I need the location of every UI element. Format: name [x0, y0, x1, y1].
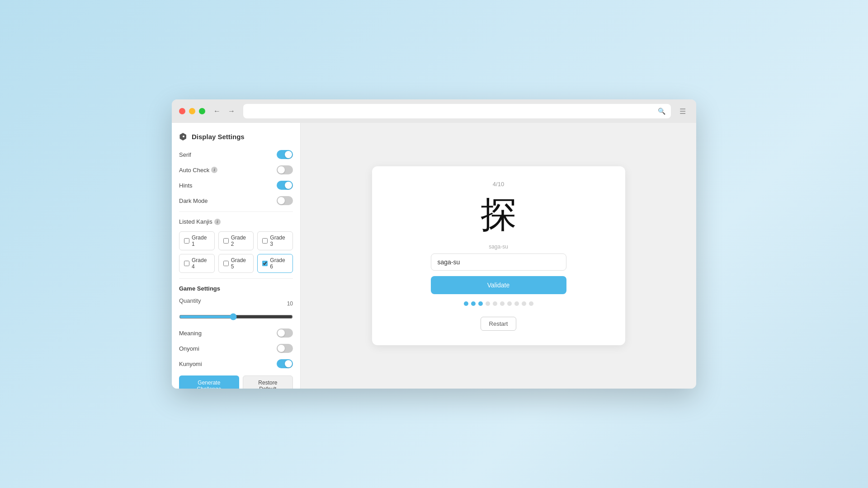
grade-4-input[interactable]	[184, 261, 189, 266]
progress-dot-10	[529, 301, 533, 306]
auto-check-info-icon[interactable]: i	[211, 167, 217, 173]
grade-6-checkbox[interactable]: Grade 6	[257, 254, 293, 273]
address-input[interactable]	[249, 108, 654, 115]
dark-mode-toggle[interactable]	[277, 196, 293, 205]
onyomi-toggle-knob	[278, 345, 285, 352]
generate-challenge-button[interactable]: Generate Challenge	[179, 375, 239, 389]
meaning-toggle-knob	[278, 329, 285, 337]
grade-grid: Grade 1 Grade 2 Grade 3 Grade 4	[179, 231, 293, 273]
forward-button[interactable]: →	[225, 105, 238, 117]
kunyomi-toggle[interactable]	[277, 359, 293, 368]
progress-dot-1	[464, 301, 468, 306]
game-settings-title: Game Settings	[179, 285, 293, 292]
listed-kanjis-label: Listed Kanjis i	[179, 218, 221, 225]
titlebar: ← → 🔍 ☰	[172, 99, 696, 123]
grade-5-checkbox[interactable]: Grade 5	[218, 254, 254, 273]
back-button[interactable]: ←	[211, 105, 223, 117]
grade-1-input[interactable]	[184, 238, 189, 244]
auto-check-toggle-knob	[278, 166, 285, 174]
bottom-buttons: Generate Challenge Restore Default	[179, 375, 293, 389]
main-content: 4/10 探 saga-su Validate Restart	[301, 123, 696, 389]
progress-dot-8	[514, 301, 519, 306]
hints-setting-row: Hints	[179, 181, 293, 190]
onyomi-toggle[interactable]	[277, 344, 293, 353]
kunyomi-label: Kunyomi	[179, 361, 202, 367]
progress-dot-2	[471, 301, 476, 306]
kunyomi-toggle-knob	[285, 360, 292, 367]
close-button[interactable]	[179, 108, 185, 114]
quiz-input[interactable]	[431, 253, 566, 271]
progress-dot-5	[493, 301, 497, 306]
grade-3-input[interactable]	[262, 238, 268, 244]
onyomi-label: Onyomi	[179, 345, 199, 352]
dark-mode-toggle-knob	[278, 197, 285, 204]
quiz-progress: 4/10	[493, 181, 504, 188]
quiz-card: 4/10 探 saga-su Validate Restart	[372, 166, 625, 345]
restart-button[interactable]: Restart	[481, 317, 517, 331]
grade-1-checkbox[interactable]: Grade 1	[179, 231, 215, 250]
divider-2	[179, 278, 293, 279]
sidebar: Display Settings Serif Auto Check i	[172, 123, 301, 389]
gear-icon	[179, 132, 188, 141]
address-bar: 🔍	[243, 104, 671, 118]
nav-buttons: ← →	[211, 105, 238, 117]
progress-dot-9	[522, 301, 526, 306]
auto-check-setting-row: Auto Check i	[179, 165, 293, 174]
serif-toggle[interactable]	[277, 150, 293, 159]
divider-1	[179, 211, 293, 212]
progress-dot-4	[486, 301, 490, 306]
search-icon: 🔍	[658, 108, 665, 115]
traffic-lights	[179, 108, 205, 114]
grade-row-1: Grade 1 Grade 2 Grade 3	[179, 231, 293, 250]
listed-kanjis-info-icon[interactable]: i	[214, 219, 221, 225]
quantity-slider[interactable]	[179, 313, 293, 320]
grade-5-input[interactable]	[223, 261, 229, 266]
browser-content: Display Settings Serif Auto Check i	[172, 123, 696, 389]
auto-check-toggle[interactable]	[277, 165, 293, 174]
progress-dots	[464, 301, 533, 306]
grade-3-checkbox[interactable]: Grade 3	[257, 231, 293, 250]
hints-label: Hints	[179, 182, 193, 189]
sidebar-header: Display Settings	[179, 132, 293, 141]
maximize-button[interactable]	[199, 108, 205, 114]
serif-toggle-knob	[285, 151, 292, 158]
grade-row-2: Grade 4 Grade 5 Grade 6	[179, 254, 293, 273]
meaning-toggle[interactable]	[277, 328, 293, 338]
hints-toggle[interactable]	[277, 181, 293, 190]
dark-mode-label: Dark Mode	[179, 197, 208, 204]
minimize-button[interactable]	[189, 108, 195, 114]
kunyomi-setting-row: Kunyomi	[179, 359, 293, 368]
dark-mode-setting-row: Dark Mode	[179, 196, 293, 205]
grade-2-checkbox[interactable]: Grade 2	[218, 231, 254, 250]
quantity-label: Quantity	[179, 297, 201, 304]
listed-kanjis-header: Listed Kanjis i	[179, 218, 293, 225]
browser-menu-icon[interactable]: ☰	[676, 105, 689, 117]
kanji-character: 探	[481, 195, 517, 235]
restore-default-button[interactable]: Restore Default	[243, 375, 293, 389]
quantity-value: 10	[287, 300, 293, 307]
progress-dot-7	[507, 301, 512, 306]
grade-4-checkbox[interactable]: Grade 4	[179, 254, 215, 273]
progress-dot-6	[500, 301, 505, 306]
meaning-label: Meaning	[179, 330, 202, 337]
reading-hint: saga-su	[489, 244, 508, 250]
serif-label: Serif	[179, 151, 191, 158]
validate-button[interactable]: Validate	[431, 276, 566, 294]
sidebar-title: Display Settings	[192, 133, 245, 141]
quantity-row: Quantity 10	[179, 297, 293, 322]
grade-6-input[interactable]	[262, 261, 268, 266]
grade-2-input[interactable]	[223, 238, 229, 244]
auto-check-label: Auto Check i	[179, 167, 217, 174]
progress-dot-3	[478, 301, 483, 306]
meaning-setting-row: Meaning	[179, 328, 293, 338]
quantity-header: Quantity 10	[179, 297, 293, 310]
hints-toggle-knob	[285, 182, 292, 189]
serif-setting-row: Serif	[179, 150, 293, 159]
browser-window: ← → 🔍 ☰ Display Settings Serif	[172, 99, 696, 389]
onyomi-setting-row: Onyomi	[179, 344, 293, 353]
